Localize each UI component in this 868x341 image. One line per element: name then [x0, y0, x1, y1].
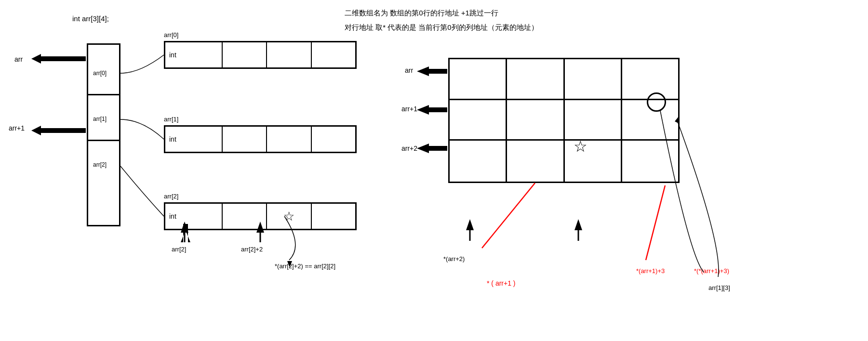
- bottom-arr2-label: arr[2]: [172, 246, 186, 253]
- circle-icon: [647, 92, 666, 112]
- row-box-arr0: int: [164, 41, 357, 69]
- cell-int-2: int: [165, 204, 223, 229]
- bottom-eq-label: *(arr[2]+2) == arr[2][2]: [275, 262, 335, 270]
- right-arr-arrow: [417, 66, 447, 76]
- array-divider-1: [87, 94, 120, 95]
- bottom-arr2-2-label: arr[2]+2: [241, 246, 263, 253]
- grid-cell-10: [450, 100, 507, 140]
- grid-cell-23: [622, 141, 678, 182]
- cell-empty-1c: [312, 127, 355, 152]
- cell-empty-2a: [223, 204, 267, 229]
- row-header-arr2: arr[2]: [164, 193, 178, 200]
- cell-empty-0b: [267, 42, 311, 67]
- star-icon: ☆: [574, 137, 588, 156]
- cell-empty-1b: [267, 127, 311, 152]
- row-box-arr2: int ☆: [164, 202, 357, 230]
- grid-row-0: [450, 59, 678, 100]
- cell-empty-0c: [312, 42, 355, 67]
- red-line-arr2: [482, 183, 535, 248]
- red-arr1-3-label: *(arr+1)+3: [636, 267, 665, 275]
- cell-int-1: int: [165, 127, 223, 152]
- line-arr2: [120, 166, 164, 216]
- right-grid: [448, 58, 680, 183]
- grid-cell-11: [507, 100, 564, 140]
- right-arr-label: arr: [405, 66, 413, 74]
- red-deref-label: *(*(arr+1)+3): [694, 267, 729, 275]
- line-arr1: [120, 119, 164, 139]
- row-box-arr1: int: [164, 125, 357, 153]
- row-header-arr1: arr[1]: [164, 116, 178, 123]
- grid-cell-20: [450, 141, 507, 182]
- arr-label: arr: [14, 55, 23, 63]
- cell-empty-0a: [223, 42, 267, 67]
- inner-arr2-label: arr[2]: [93, 161, 107, 168]
- inner-arr1-label: arr[1]: [93, 116, 107, 122]
- arr1-label: arr+1: [9, 124, 25, 132]
- cell-star-2b: ☆: [267, 204, 311, 229]
- grid-row-2: [450, 141, 678, 182]
- main-canvas: 二维数组名为 数组的第0行的行地址 +1跳过一行 对行地址 取* 代表的是 当前…: [0, 0, 868, 341]
- diagram-svg: [0, 0, 868, 341]
- array-divider-2: [87, 140, 120, 141]
- right-arr1-arrow: [417, 105, 447, 115]
- red-arr1-label: * ( arr+1 ): [487, 279, 516, 287]
- inner-arr0-label: arr[0]: [93, 70, 107, 77]
- grid-cell-00: [450, 59, 507, 99]
- arr1-arrow: [31, 126, 86, 135]
- grid-cell-12: [565, 100, 622, 140]
- grid-cell-01: [507, 59, 564, 99]
- grid-row-1: [450, 100, 678, 141]
- cell-empty-1a: [223, 127, 267, 152]
- right-arr2-arrow: [417, 144, 447, 153]
- bottom-arr2-right: *(arr+2): [443, 255, 465, 262]
- svg-marker-8: [574, 219, 582, 230]
- red-line-arr1-3: [646, 185, 665, 260]
- grid-cell-02: [565, 59, 622, 99]
- line-arr0: [120, 55, 164, 73]
- arr-arrow: [31, 54, 86, 64]
- grid-cell-03: [622, 59, 678, 99]
- cell-int-0: int: [165, 42, 223, 67]
- curve-arr11: [677, 120, 719, 277]
- grid-cell-21: [507, 141, 564, 182]
- declaration: int arr[3][4];: [72, 14, 109, 23]
- svg-marker-6: [466, 219, 474, 230]
- arr11-label: arr[1][3]: [708, 284, 730, 291]
- header-line2: 对行地址 取* 代表的是 当前行第0列的列地址（元素的地址）: [345, 23, 538, 32]
- right-arr2-label: arr+2: [401, 144, 417, 152]
- header-line1: 二维数组名为 数组的第0行的行地址 +1跳过一行: [345, 9, 498, 18]
- right-arr1-label: arr+1: [401, 105, 417, 113]
- cell-empty-2c: [312, 204, 355, 229]
- row-header-arr0: arr[0]: [164, 31, 178, 39]
